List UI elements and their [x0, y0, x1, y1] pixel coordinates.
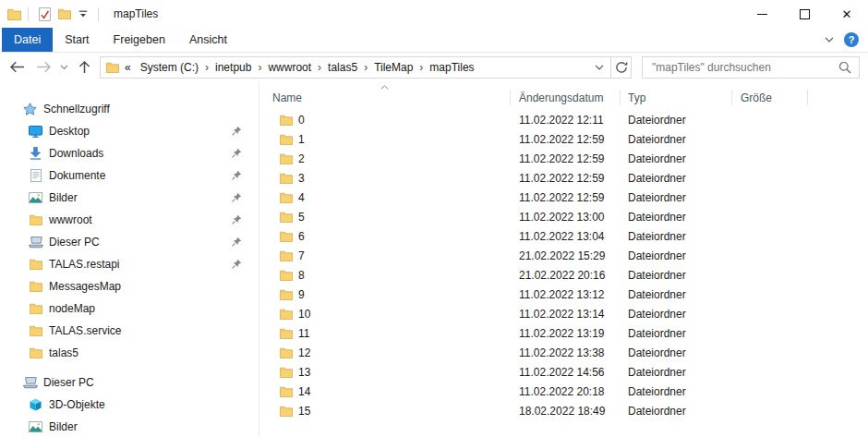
titlebar-separator — [98, 7, 99, 21]
sidebar-item-bilder[interactable]: Bilder — [0, 187, 259, 209]
properties-quick-button[interactable] — [35, 6, 54, 23]
maximize-icon — [800, 9, 810, 19]
sidebar-section-label: Schnellzugriff — [43, 103, 110, 115]
address-chevron-down-icon[interactable] — [591, 65, 608, 70]
sidebar-item-talas5[interactable]: talas5 — [0, 342, 259, 364]
tab-ansicht[interactable]: Ansicht — [177, 28, 239, 52]
explorer-window: mapTiles ✕ Datei Start Freigeben Ansicht… — [0, 0, 868, 437]
file-row-10[interactable]: 1011.02.2022 13:14Dateiordner — [259, 304, 868, 323]
breadcrumb-talas5[interactable]: talas5 — [322, 61, 363, 74]
file-name: 9 — [298, 288, 305, 301]
file-row-3[interactable]: 311.02.2022 12:59Dateiordner — [259, 168, 868, 188]
file-row-11[interactable]: 1111.02.2022 13:19Dateiordner — [259, 323, 868, 343]
search-box — [642, 56, 860, 79]
sidebar-item-wwwroot[interactable]: wwwroot — [0, 209, 259, 231]
folder-icon — [280, 231, 293, 242]
history-chevron-down-icon[interactable] — [60, 65, 68, 70]
sidebar-item-desktop[interactable]: Desktop — [0, 120, 259, 142]
up-button[interactable] — [78, 60, 90, 74]
file-modified: 11.02.2022 13:12 — [511, 288, 621, 301]
help-button[interactable]: ? — [844, 32, 859, 47]
file-modified: 11.02.2022 12:11 — [511, 114, 621, 127]
sidebar-item-nodemap[interactable]: nodeMap — [0, 297, 259, 320]
ribbon-right-controls: ? — [825, 28, 859, 52]
content-area: SchnellzugriffDesktopDownloadsDokumenteB… — [0, 81, 868, 437]
file-row-9[interactable]: 911.02.2022 13:12Dateiordner — [259, 285, 868, 304]
file-row-15[interactable]: 1518.02.2022 18:49Dateiordner — [259, 401, 868, 420]
file-name: 2 — [298, 152, 305, 165]
forward-button[interactable] — [36, 61, 52, 73]
file-type: Dateiordner — [621, 385, 732, 398]
file-row-7[interactable]: 721.02.2022 15:29Dateiordner — [259, 246, 868, 265]
sidebar-item-talas-service[interactable]: TALAS.service — [0, 320, 259, 342]
tab-freigeben[interactable]: Freigeben — [102, 28, 177, 52]
column-header-modified[interactable]: Änderungsdatum — [511, 85, 621, 110]
sidebar-item-dokumente[interactable]: Dokumente — [0, 164, 259, 187]
back-button[interactable] — [9, 61, 25, 73]
customize-qat-button[interactable] — [75, 8, 91, 20]
collapse-ribbon-chevron-icon[interactable] — [825, 37, 834, 42]
computer-icon — [22, 377, 38, 389]
breadcrumb-system-c[interactable]: System (C:) — [135, 61, 204, 74]
downloads-icon — [28, 147, 43, 160]
sidebar-item-bilder[interactable]: Bilder — [0, 416, 259, 437]
tab-datei[interactable]: Datei — [2, 28, 53, 52]
refresh-button[interactable] — [610, 56, 632, 79]
sidebar-item-messagesmap[interactable]: MessagesMap — [0, 275, 259, 297]
minimize-button[interactable] — [741, 0, 783, 28]
folder-icon — [28, 214, 43, 225]
column-headers: Name Änderungsdatum Typ Größe — [259, 85, 868, 110]
breadcrumb-overflow[interactable]: « — [119, 61, 135, 74]
file-row-8[interactable]: 821.02.2022 20:16Dateiordner — [259, 265, 868, 285]
close-icon: ✕ — [842, 8, 852, 20]
properties-check-icon — [39, 7, 51, 21]
pin-icon — [229, 259, 245, 269]
sidebar-item-downloads[interactable]: Downloads — [0, 142, 259, 164]
column-header-size[interactable]: Größe — [732, 85, 808, 110]
sidebar-item-dieser-pc[interactable]: Dieser PC — [0, 231, 259, 253]
sidebar-section-schnellzugriff[interactable]: Schnellzugriff — [0, 98, 259, 120]
file-row-4[interactable]: 411.02.2022 12:59Dateiordner — [259, 188, 868, 207]
folder-icon — [280, 250, 293, 261]
breadcrumb-tilemap[interactable]: TileMap — [368, 61, 418, 74]
window-title: mapTiles — [114, 7, 158, 20]
file-name: 10 — [298, 308, 310, 321]
file-name: 5 — [298, 211, 305, 224]
folder-icon — [28, 281, 43, 292]
sidebar-item-3d-objekte[interactable]: 3D-Objekte — [0, 394, 259, 416]
sidebar-item-label: 3D-Objekte — [49, 398, 105, 411]
file-type: Dateiordner — [621, 288, 732, 301]
file-name: 6 — [298, 230, 305, 243]
breadcrumb-inetpub[interactable]: inetpub — [210, 61, 257, 74]
sidebar-spacer — [0, 364, 259, 371]
file-name-cell: 1 — [259, 133, 511, 146]
file-row-6[interactable]: 611.02.2022 13:04Dateiordner — [259, 226, 868, 246]
pin-icon — [229, 126, 245, 136]
file-row-2[interactable]: 211.02.2022 12:59Dateiordner — [259, 149, 868, 168]
sidebar-item-talas-restapi[interactable]: TALAS.restapi — [0, 253, 259, 275]
file-row-14[interactable]: 1411.02.2022 20:18Dateiordner — [259, 382, 868, 401]
column-header-name[interactable]: Name — [259, 85, 511, 110]
breadcrumb-wwwroot[interactable]: wwwroot — [262, 61, 317, 74]
refresh-icon — [615, 61, 628, 74]
file-list-pane: Name Änderungsdatum Typ Größe 011.02.202… — [259, 81, 868, 437]
star-icon — [22, 103, 38, 115]
tab-start[interactable]: Start — [53, 28, 101, 52]
column-header-type[interactable]: Typ — [621, 85, 732, 110]
file-row-5[interactable]: 511.02.2022 13:00Dateiordner — [259, 207, 868, 226]
window-controls: ✕ — [741, 0, 868, 28]
file-row-1[interactable]: 111.02.2022 12:59Dateiordner — [259, 129, 868, 149]
file-name-cell: 4 — [259, 191, 511, 204]
file-row-13[interactable]: 1311.02.2022 14:56Dateiordner — [259, 362, 868, 382]
new-folder-quick-button[interactable] — [54, 6, 75, 21]
address-bar[interactable]: « System (C:)›inetpub›wwwroot›talas5›Til… — [100, 56, 611, 79]
navigation-pane: SchnellzugriffDesktopDownloadsDokumenteB… — [0, 81, 259, 437]
magnifier-icon[interactable] — [838, 61, 851, 74]
close-button[interactable]: ✕ — [826, 0, 868, 28]
maximize-button[interactable] — [783, 0, 826, 28]
sidebar-section-dieser-pc[interactable]: Dieser PC — [0, 371, 259, 394]
file-row-0[interactable]: 011.02.2022 12:11Dateiordner — [259, 110, 868, 129]
breadcrumb-maptiles[interactable]: mapTiles — [424, 61, 479, 74]
search-input[interactable] — [645, 61, 838, 74]
file-row-12[interactable]: 1211.02.2022 13:38Dateiordner — [259, 343, 868, 362]
